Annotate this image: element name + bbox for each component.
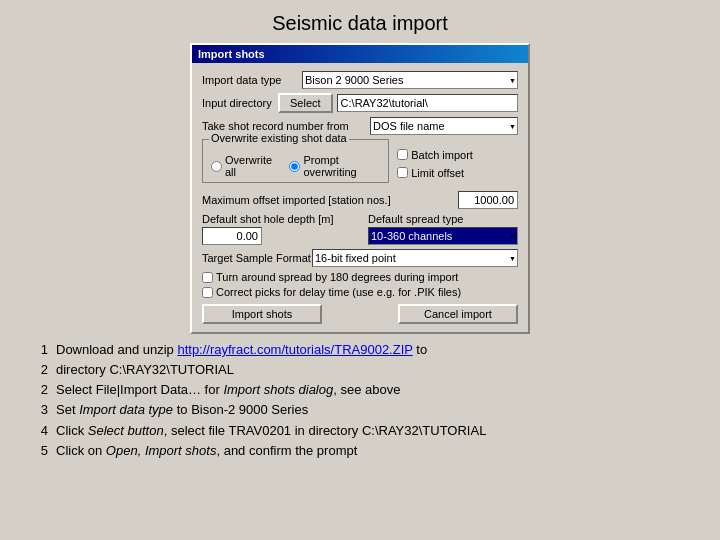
instruction-num-2b: 2	[30, 380, 48, 400]
page-title: Seismic data import	[0, 0, 720, 43]
instruction-text-5: Click on Open, Import shots, and confirm…	[56, 441, 690, 461]
instruction-num-1: 1	[30, 340, 48, 360]
instruction-num-4: 4	[30, 421, 48, 441]
import-shots-button[interactable]: Import shots	[202, 304, 322, 324]
import-data-type-row: Import data type Bison 2 9000 Series	[202, 71, 518, 89]
instruction-row-5: 5 Click on Open, Import shots, and confi…	[30, 441, 690, 461]
shot-hole-label: Default shot hole depth [m]	[202, 213, 352, 225]
import-shots-dialog: Import shots Import data type Bison 2 90…	[190, 43, 530, 334]
turn-around-checkbox[interactable]	[202, 272, 213, 283]
max-offset-input[interactable]	[458, 191, 518, 209]
import-data-type-select[interactable]: Bison 2 9000 Series	[302, 71, 518, 89]
batch-import-checkbox[interactable]	[397, 149, 408, 160]
instruction-row-4: 4 Click Select button, select file TRAV0…	[30, 421, 690, 441]
limit-offset-label: Limit offset	[411, 167, 464, 179]
instruction-text-1: Download and unzip http://rayfract.com/t…	[56, 340, 690, 360]
turn-around-row[interactable]: Turn around spread by 180 degrees during…	[202, 271, 518, 283]
defaults-row: Default shot hole depth [m] Default spre…	[202, 213, 518, 245]
spread-type-label: Default spread type	[368, 213, 518, 225]
bottom-buttons: Import shots Cancel import	[202, 304, 518, 324]
prompt-overwriting-option[interactable]: Prompt overwriting	[289, 154, 380, 178]
shot-record-label: Take shot record number from	[202, 120, 370, 132]
max-offset-label: Maximum offset imported [station nos.]	[202, 194, 458, 206]
spread-type-col: Default spread type 10-360 channels	[368, 213, 518, 245]
correct-picks-row[interactable]: Correct picks for delay time (use e.g. f…	[202, 286, 518, 298]
instruction-row-2a: 2 directory C:\RAY32\TUTORIAL	[30, 360, 690, 380]
dialog-title: Import shots	[198, 48, 265, 60]
instruction-text-4: Click Select button, select file TRAV020…	[56, 421, 690, 441]
instruction-row-3: 3 Set Import data type to Bison-2 9000 S…	[30, 400, 690, 420]
overwrite-all-option[interactable]: Overwrite all	[211, 154, 275, 178]
instruction-row-2b: 2 Select File|Import Data… for Import sh…	[30, 380, 690, 400]
prompt-overwriting-label: Prompt overwriting	[303, 154, 380, 178]
select-button[interactable]: Select	[278, 93, 333, 113]
target-sample-row: Target Sample Format 16-bit fixed point	[202, 249, 518, 267]
shot-record-select[interactable]: DOS file name	[370, 117, 518, 135]
target-sample-label: Target Sample Format	[202, 252, 312, 264]
batch-import-label: Batch import	[411, 149, 473, 161]
instruction-num-5: 5	[30, 441, 48, 461]
overwrite-all-radio[interactable]	[211, 161, 222, 172]
shot-hole-input[interactable]	[202, 227, 262, 245]
dialog-titlebar: Import shots	[192, 45, 528, 63]
instruction-text-2a: directory C:\RAY32\TUTORIAL	[56, 360, 690, 380]
turn-around-label: Turn around spread by 180 degrees during…	[216, 271, 458, 283]
instructions-section: 1 Download and unzip http://rayfract.com…	[0, 334, 720, 461]
correct-picks-label: Correct picks for delay time (use e.g. f…	[216, 286, 461, 298]
instruction-text-3: Set Import data type to Bison-2 9000 Ser…	[56, 400, 690, 420]
overwrite-all-label: Overwrite all	[225, 154, 275, 178]
shot-hole-col: Default shot hole depth [m]	[202, 213, 352, 245]
directory-value: C:\RAY32\tutorial\	[337, 94, 518, 112]
cancel-import-button[interactable]: Cancel import	[398, 304, 518, 324]
spread-type-select[interactable]: 10-360 channels	[368, 227, 518, 245]
download-link[interactable]: http://rayfract.com/tutorials/TRA9002.ZI…	[177, 342, 412, 357]
target-sample-select[interactable]: 16-bit fixed point	[312, 249, 518, 267]
dialog-body: Import data type Bison 2 9000 Series Inp…	[192, 63, 528, 332]
input-directory-label: Input directory	[202, 97, 278, 109]
overwrite-group: Overwrite existing shot data Overwrite a…	[202, 139, 389, 183]
instruction-row-1: 1 Download and unzip http://rayfract.com…	[30, 340, 690, 360]
input-directory-row: Input directory Select C:\RAY32\tutorial…	[202, 93, 518, 113]
batch-import-row[interactable]: Batch import	[397, 149, 518, 161]
max-offset-row: Maximum offset imported [station nos.]	[202, 191, 518, 209]
import-data-type-label: Import data type	[202, 74, 302, 86]
limit-offset-row[interactable]: Limit offset	[397, 167, 518, 179]
radio-row: Overwrite all Prompt overwriting	[211, 154, 380, 178]
instruction-num-2a: 2	[30, 360, 48, 380]
overwrite-group-label: Overwrite existing shot data	[209, 132, 349, 144]
correct-picks-checkbox[interactable]	[202, 287, 213, 298]
instruction-num-3: 3	[30, 400, 48, 420]
limit-offset-checkbox[interactable]	[397, 167, 408, 178]
instruction-text-2b: Select File|Import Data… for Import shot…	[56, 380, 690, 400]
prompt-overwriting-radio[interactable]	[289, 161, 300, 172]
